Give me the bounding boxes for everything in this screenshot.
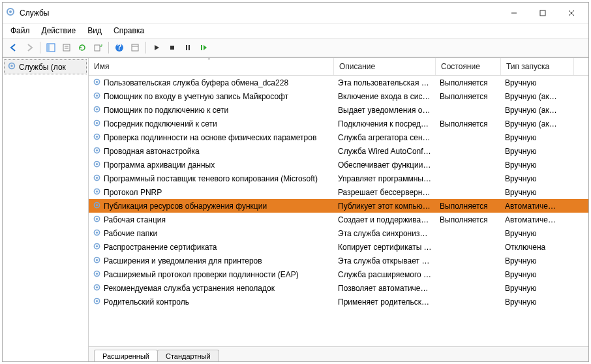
title-bar: Службы	[3, 3, 588, 23]
menu-file[interactable]: Файл	[10, 26, 30, 35]
gear-icon	[93, 201, 101, 211]
column-name[interactable]: Имя⌃	[89, 58, 334, 75]
cell-startup: Автоматиче…	[501, 200, 574, 212]
service-row[interactable]: Протокол PNRPРазрешает бессерверно…Вручн…	[89, 185, 588, 199]
column-description[interactable]: Описание	[334, 58, 436, 75]
pause-service-button[interactable]	[181, 40, 195, 55]
properties-button[interactable]	[59, 40, 74, 55]
start-service-button[interactable]	[149, 40, 164, 55]
service-row[interactable]: Проверка подлинности на основе физически…	[89, 130, 588, 144]
service-row[interactable]: Помощник по подключению к сетиВыдает уве…	[89, 103, 588, 117]
toolbar: ?	[3, 38, 588, 57]
service-row[interactable]: Расширяемый протокол проверки подлинност…	[89, 267, 588, 281]
column-startup[interactable]: Тип запуска	[501, 58, 574, 75]
cell-state	[436, 287, 501, 290]
export-button[interactable]	[91, 40, 105, 55]
tab-standard[interactable]: Стандартный	[157, 350, 219, 361]
menu-view[interactable]: Вид	[87, 26, 102, 35]
refresh-button[interactable]	[75, 40, 89, 55]
cell-name: Распространение сертификата	[89, 241, 334, 254]
service-name-text: Пользовательская служба буфера обмена_dc…	[104, 78, 288, 87]
cell-name: Расширения и уведомления для принтеров	[89, 254, 334, 267]
show-hide-tree-button[interactable]	[44, 40, 58, 55]
gear-icon	[93, 174, 101, 184]
cell-name: Проводная автонастройка	[89, 145, 334, 158]
menu-action[interactable]: Действие	[42, 26, 76, 35]
tree-root-services[interactable]: Службы (лок	[4, 59, 87, 74]
service-row[interactable]: Родительский контрольПрименяет родительс…	[89, 295, 588, 309]
services-window: Службы Файл Действие Вид Справка ?	[2, 2, 589, 362]
back-button[interactable]	[7, 40, 21, 55]
cell-startup: Вручную	[501, 296, 574, 308]
gear-icon	[93, 256, 101, 266]
cell-name: Посредник подключений к сети	[89, 117, 334, 130]
cell-name: Публикация ресурсов обнаружения функции	[89, 200, 334, 213]
service-row[interactable]: Посредник подключений к сетиПодключения …	[89, 117, 588, 130]
gear-icon	[93, 187, 101, 198]
service-row[interactable]: Публикация ресурсов обнаружения функцииП…	[89, 199, 588, 213]
service-row[interactable]: Расширения и уведомления для принтеровЭт…	[89, 254, 588, 267]
cell-state	[436, 301, 501, 303]
service-row[interactable]: Проводная автонастройкаСлужба Wired Auto…	[89, 144, 588, 158]
service-row[interactable]: Программный поставщик теневого копирован…	[89, 172, 588, 185]
service-row[interactable]: Программа архивации данныхОбеспечивает ф…	[89, 158, 588, 172]
svg-point-41	[96, 204, 98, 205]
svg-point-25	[96, 94, 98, 96]
list-body[interactable]: Пользовательская служба буфера обмена_dc…	[89, 76, 588, 346]
svg-rect-11	[95, 45, 100, 51]
gear-icon	[93, 215, 101, 225]
toolbar-separator	[40, 42, 40, 53]
cell-startup: Вручную	[501, 282, 574, 294]
cell-state	[436, 260, 501, 262]
cell-name: Рабочая станция	[89, 213, 334, 226]
svg-point-45	[96, 231, 98, 233]
cell-startup: Вручную	[501, 269, 574, 281]
cell-description: Эта служба открывает п…	[334, 255, 436, 267]
gear-icon	[93, 91, 101, 102]
cell-description: Применяет родительски…	[334, 296, 436, 308]
cell-name: Протокол PNRP	[89, 186, 334, 199]
service-name-text: Программный поставщик теневого копирован…	[104, 174, 318, 183]
minimize-button[interactable]	[500, 4, 528, 22]
service-row[interactable]: Рабочие папкиЭта служба синхронизир…Вруч…	[89, 226, 588, 240]
service-name-text: Рекомендуемая служба устранения неполадо…	[104, 284, 275, 293]
toolbar-separator	[108, 42, 109, 53]
tab-extended[interactable]: Расширенный	[94, 350, 158, 361]
service-row[interactable]: Распространение сертификатаКопирует серт…	[89, 240, 588, 254]
sort-arrow-icon: ⌃	[207, 58, 211, 63]
cell-description: Публикует этот компью…	[334, 200, 436, 212]
cell-startup: Автоматиче…	[501, 214, 574, 226]
service-row[interactable]: Рабочая станцияСоздает и поддерживает …В…	[89, 213, 588, 226]
menu-help[interactable]: Справка	[114, 26, 144, 35]
cell-description: Управляет программны…	[334, 173, 436, 185]
maximize-button[interactable]	[528, 4, 557, 22]
help-button[interactable]: ?	[112, 40, 127, 55]
service-row[interactable]: Рекомендуемая служба устранения неполадо…	[89, 281, 588, 295]
gear-icon	[93, 228, 101, 239]
restart-service-button[interactable]	[196, 40, 211, 55]
service-row[interactable]: Помощник по входу в учетную запись Майкр…	[89, 89, 588, 103]
close-button[interactable]	[557, 4, 586, 22]
gear-icon	[7, 61, 16, 72]
column-state[interactable]: Состояние	[436, 58, 501, 75]
gear-icon	[93, 283, 101, 294]
stop-service-button[interactable]	[165, 40, 179, 55]
cell-state	[436, 136, 501, 139]
service-name-text: Помощник по входу в учетную запись Майкр…	[104, 92, 288, 101]
cell-name: Помощник по подключению к сети	[89, 104, 334, 117]
svg-rect-14	[132, 44, 138, 51]
action-button[interactable]	[128, 40, 142, 55]
svg-point-21	[10, 65, 13, 67]
toolbar-separator	[145, 42, 146, 53]
gear-icon	[93, 78, 101, 88]
service-row[interactable]: Пользовательская служба буфера обмена_dc…	[89, 76, 588, 89]
cell-description: Эта служба синхронизир…	[334, 228, 436, 239]
cell-name: Программный поставщик теневого копирован…	[89, 172, 334, 185]
forward-button[interactable]	[22, 40, 37, 55]
cell-startup: Вручную	[501, 173, 574, 185]
svg-text:?: ?	[117, 43, 121, 52]
view-tabs: Расширенный Стандартный	[89, 346, 588, 361]
svg-point-29	[96, 121, 98, 123]
cell-name: Пользовательская служба буфера обмена_dc…	[89, 76, 334, 89]
cell-state: Выполняется	[436, 77, 501, 89]
